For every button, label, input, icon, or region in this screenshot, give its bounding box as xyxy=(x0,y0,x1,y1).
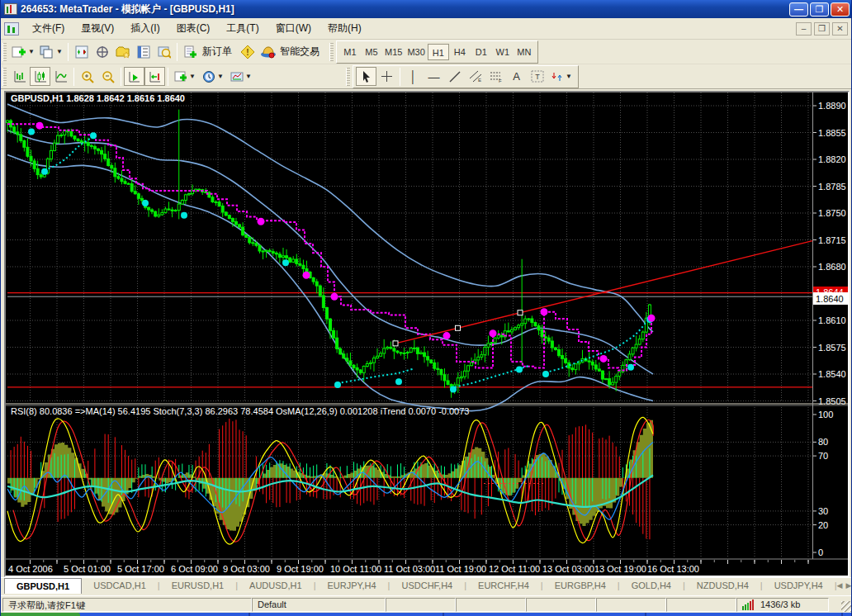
chart-tab[interactable]: EURCHF,H4 xyxy=(466,578,541,593)
close-button[interactable]: ✕ xyxy=(831,2,850,17)
child-minimize-button[interactable]: – xyxy=(796,22,812,36)
timeframe-H4[interactable]: H4 xyxy=(449,44,471,60)
menu-item-2[interactable]: 插入(I) xyxy=(122,19,168,37)
strategy-tester-button[interactable] xyxy=(154,42,174,61)
text-button[interactable]: A xyxy=(506,67,527,86)
title-bar[interactable]: 264653: MetaTrader - 模拟帐户 - [GBPUSD,H1] … xyxy=(1,0,852,18)
text-label-button[interactable]: T xyxy=(527,67,547,86)
zoom-out-button[interactable] xyxy=(97,67,118,86)
status-bar: 寻求帮助,请按F1键 Default 1436/3 kb xyxy=(1,595,852,613)
equidistant-channel-button[interactable]: E xyxy=(465,67,485,86)
chart-shift-button[interactable] xyxy=(144,67,165,86)
svg-text:1.8505: 1.8505 xyxy=(818,396,846,406)
svg-text:1.8890: 1.8890 xyxy=(818,101,846,111)
timeframe-D1[interactable]: D1 xyxy=(471,44,492,60)
chart-tab[interactable]: USDJPY,H4 xyxy=(763,578,835,593)
line-chart-button[interactable] xyxy=(50,67,71,86)
start-button-sliver[interactable] xyxy=(1,613,80,616)
child-restore-button[interactable]: ❐ xyxy=(814,22,830,36)
zoom-in-button[interactable] xyxy=(77,67,97,86)
expert-advisors-icon[interactable] xyxy=(258,42,278,61)
timeframe-W1[interactable]: W1 xyxy=(492,44,514,60)
status-traffic: 1436/3 kb xyxy=(760,599,800,609)
menu-item-1[interactable]: 显视(V) xyxy=(73,19,122,37)
arrows-button[interactable]: ▼ xyxy=(547,67,575,86)
fibonacci-button[interactable]: F xyxy=(485,67,506,86)
timeframe-H1[interactable]: H1 xyxy=(428,44,449,60)
chart-tab[interactable]: EURUSD,H1 xyxy=(160,578,236,593)
new-order-label[interactable]: 新订单 xyxy=(202,45,232,59)
important-button[interactable]: ! xyxy=(237,42,258,61)
timeframe-MN[interactable]: MN xyxy=(514,44,535,60)
svg-text:1.8575: 1.8575 xyxy=(818,343,846,353)
new-order-icon[interactable] xyxy=(180,42,201,61)
timeframe-M30[interactable]: M30 xyxy=(405,44,427,60)
indicators-button[interactable]: ▼ xyxy=(171,67,199,86)
tabs-scroll-left-icon[interactable]: ◀ xyxy=(837,581,843,590)
timeframe-M15[interactable]: M15 xyxy=(382,44,405,60)
svg-text:5 Oct 01:00: 5 Oct 01:00 xyxy=(64,564,111,574)
chart-window[interactable]: 1.88901.88551.88201.87851.87501.87151.86… xyxy=(4,91,850,577)
menu-item-4[interactable]: 工具(T) xyxy=(218,19,267,37)
chart-tab[interactable]: NZDUSD,H4 xyxy=(685,578,760,593)
charts-toolbar-grip[interactable] xyxy=(2,68,7,86)
expert-advisors-label[interactable]: 智能交易 xyxy=(280,45,320,59)
toolbar-grip[interactable] xyxy=(2,43,7,61)
svg-text:GBPUSD,H1 1.8628 1.8642 1.8616: GBPUSD,H1 1.8628 1.8642 1.8616 1.8640 xyxy=(11,93,185,103)
svg-text:1.8715: 1.8715 xyxy=(818,235,846,245)
resize-grip[interactable] xyxy=(841,601,852,612)
svg-text:1.8640: 1.8640 xyxy=(816,294,844,304)
timeframe-M5[interactable]: M5 xyxy=(361,44,382,60)
timeframe-toolbar-grip[interactable] xyxy=(329,43,334,61)
svg-text:100: 100 xyxy=(818,410,833,419)
child-close-button[interactable]: ✕ xyxy=(832,22,848,36)
chart-tab[interactable]: GBPUSD,H1 xyxy=(4,578,82,594)
chart-tab[interactable]: USDCHF,H4 xyxy=(390,578,464,593)
crosshair-button[interactable] xyxy=(376,67,397,86)
svg-text:1.8680: 1.8680 xyxy=(818,262,846,272)
chart-tab[interactable]: GOLD,H4 xyxy=(620,578,683,593)
svg-text:F: F xyxy=(499,78,502,83)
restore-button[interactable]: ❐ xyxy=(810,2,829,17)
svg-text:11 Oct 19:00: 11 Oct 19:00 xyxy=(435,564,486,574)
chart-canvas[interactable]: 1.88901.88551.88201.87851.87501.87151.86… xyxy=(6,92,848,576)
timeframe-bar: M1M5M15M30H1H4D1W1MN xyxy=(336,40,538,64)
chart-tab[interactable]: EURJPY,H4 xyxy=(316,578,388,593)
svg-text:5 Oct 17:00: 5 Oct 17:00 xyxy=(117,564,164,574)
menu-item-3[interactable]: 图表(C) xyxy=(168,19,219,37)
bar-chart-button[interactable] xyxy=(9,67,30,86)
data-window-button[interactable] xyxy=(92,42,112,61)
minimize-button[interactable]: — xyxy=(789,2,808,17)
svg-text:1.8820: 1.8820 xyxy=(818,154,846,164)
line-studies-grip[interactable] xyxy=(346,68,350,86)
svg-text:30: 30 xyxy=(818,506,828,516)
menu-item-6[interactable]: 帮助(H) xyxy=(320,19,370,37)
navigator-button[interactable] xyxy=(112,42,133,61)
tabs-scroll-right-icon[interactable]: ▶ xyxy=(846,581,852,590)
chart-tab[interactable]: USDCAD,H1 xyxy=(82,578,158,593)
horizontal-line-button[interactable]: — xyxy=(424,67,444,86)
market-watch-button[interactable] xyxy=(71,42,92,61)
connection-bars-icon xyxy=(742,599,755,610)
status-template[interactable]: Default xyxy=(252,598,386,612)
trendline-button[interactable] xyxy=(444,67,465,86)
chart-system-icon[interactable] xyxy=(4,22,19,36)
periods-button[interactable]: ▼ xyxy=(199,67,227,86)
cursor-button[interactable] xyxy=(356,67,376,86)
menu-item-0[interactable]: 文件(F) xyxy=(24,19,73,37)
chart-tab[interactable]: EURGBP,H4 xyxy=(543,578,618,593)
auto-scroll-button[interactable] xyxy=(124,67,144,86)
profiles-button[interactable]: ▼ xyxy=(37,42,65,61)
svg-text:1.8855: 1.8855 xyxy=(818,128,846,138)
vertical-line-button[interactable]: │ xyxy=(403,67,424,86)
chart-tab[interactable]: AUDUSD,H1 xyxy=(238,578,314,593)
timeframe-M1[interactable]: M1 xyxy=(339,44,361,60)
new-chart-button[interactable]: ▼ xyxy=(9,42,37,61)
candlestick-chart-button[interactable] xyxy=(30,67,50,86)
svg-text:1.8785: 1.8785 xyxy=(818,182,846,192)
svg-text:9 Oct 19:00: 9 Oct 19:00 xyxy=(277,564,324,574)
menu-item-5[interactable]: 窗口(W) xyxy=(267,19,320,37)
templates-button[interactable]: ▼ xyxy=(227,67,255,86)
svg-text:80: 80 xyxy=(818,437,828,447)
terminal-button[interactable] xyxy=(133,42,154,61)
